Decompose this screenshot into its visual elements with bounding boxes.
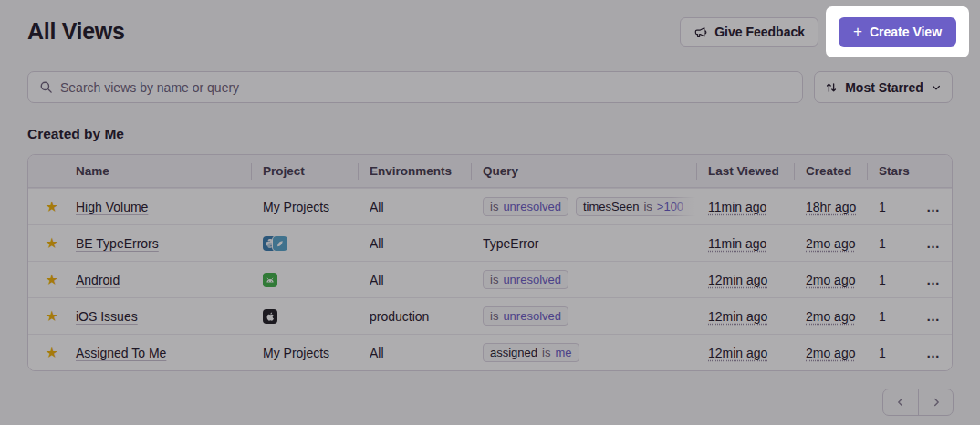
table-row[interactable]: ★ Android All is unresolved [28, 261, 952, 297]
query-cell: is unresolved [483, 306, 695, 326]
project-cell [263, 309, 370, 324]
row-actions-button[interactable]: … [926, 308, 953, 324]
all-views-page: All Views Give Feedback Most Starred [0, 0, 980, 425]
sort-icon [825, 81, 838, 94]
create-view-label: Create View [870, 25, 942, 39]
table-row[interactable]: ★ Assigned To Me My Projects All assigne… [28, 334, 952, 370]
column-header-name: Name [76, 164, 263, 178]
create-view-spotlight: + Create View [826, 6, 969, 57]
query-filter-chip: is unresolved [483, 197, 568, 216]
query-filter-chip: assigned is me [483, 343, 579, 362]
query-filter-chip: is unresolved [483, 270, 568, 289]
row-actions-button[interactable]: … [926, 235, 953, 251]
search-icon [39, 80, 53, 94]
apple-icon [265, 311, 276, 322]
megaphone-icon [693, 26, 707, 39]
view-name-link[interactable]: Android [76, 273, 263, 287]
query-cell: is unresolved [483, 270, 695, 289]
query-cell: is unresolved timesSeen is >100 [483, 197, 695, 216]
sort-label: Most Starred [845, 80, 923, 95]
star-icon[interactable]: ★ [46, 200, 58, 214]
row-actions-button[interactable]: … [926, 345, 953, 360]
chevron-left-icon [894, 396, 907, 409]
created-value: 18hr ago [806, 200, 856, 214]
row-actions-button[interactable]: … [926, 272, 953, 287]
star-icon[interactable]: ★ [46, 346, 58, 360]
project-cell: My Projects [263, 200, 370, 214]
table-row[interactable]: ★ BE TypeErrors [28, 224, 952, 261]
project-cell [263, 236, 370, 251]
stars-count: 1 [879, 346, 926, 360]
pagination [882, 389, 954, 416]
search-box[interactable] [27, 71, 803, 103]
query-filter-chip: timesSeen is >100 [576, 197, 695, 216]
chevron-down-icon [931, 82, 942, 93]
view-name-link[interactable]: High Volume [76, 200, 263, 214]
column-header-stars: Stars [879, 164, 926, 178]
stars-count: 1 [879, 236, 926, 251]
query-cell: TypeError [483, 236, 695, 251]
created-value: 2mo ago [806, 236, 855, 251]
environments-cell: production [370, 309, 483, 324]
created-value: 2mo ago [806, 346, 855, 360]
chevron-right-icon [930, 396, 943, 409]
give-feedback-label: Give Feedback [714, 25, 805, 39]
section-title: Created by Me [27, 126, 953, 142]
project-cell [263, 273, 370, 287]
stars-count: 1 [879, 309, 926, 324]
last-viewed-value: 12min ago [708, 309, 767, 324]
next-page-button[interactable] [918, 389, 953, 415]
column-header-created: Created [806, 164, 879, 178]
search-input[interactable] [60, 80, 791, 95]
column-header-last-viewed: Last Viewed [708, 164, 806, 178]
python-package-icon [275, 238, 286, 249]
stars-count: 1 [879, 273, 926, 287]
query-filter-chip: is unresolved [483, 306, 568, 326]
sort-dropdown[interactable]: Most Starred [814, 71, 953, 103]
views-table: Name Project Environments Query Last Vie… [27, 154, 953, 371]
apple-platform-icon [263, 309, 277, 324]
environments-cell: All [370, 200, 483, 214]
star-icon[interactable]: ★ [46, 236, 58, 251]
created-value: 2mo ago [806, 273, 855, 287]
created-value: 2mo ago [806, 309, 855, 324]
column-header-query: Query [483, 164, 708, 178]
previous-page-button[interactable] [883, 389, 918, 415]
android-icon [265, 275, 276, 285]
view-name-link[interactable]: iOS Issues [76, 309, 263, 324]
table-row[interactable]: ★ iOS Issues production is unresolved 12… [28, 297, 952, 334]
python-package-platform-icon [273, 236, 287, 251]
row-actions-button[interactable]: … [926, 199, 953, 214]
last-viewed-value: 12min ago [708, 273, 767, 287]
give-feedback-button[interactable]: Give Feedback [680, 17, 818, 47]
table-header-row: Name Project Environments Query Last Vie… [28, 155, 952, 188]
stars-count: 1 [879, 200, 926, 214]
android-platform-icon [263, 273, 277, 287]
environments-cell: All [370, 236, 483, 251]
table-row[interactable]: ★ High Volume My Projects All is unresol… [28, 188, 952, 224]
environments-cell: All [370, 346, 483, 360]
create-view-button[interactable]: + Create View [839, 17, 956, 47]
environments-cell: All [370, 273, 483, 287]
column-header-environments: Environments [370, 164, 483, 178]
star-icon[interactable]: ★ [46, 273, 58, 287]
query-cell: assigned is me [483, 343, 695, 362]
star-icon[interactable]: ★ [46, 309, 58, 324]
view-name-link[interactable]: Assigned To Me [76, 346, 263, 360]
last-viewed-value: 11min ago [708, 200, 766, 214]
last-viewed-value: 12min ago [708, 346, 767, 360]
view-name-link[interactable]: BE TypeErrors [76, 236, 263, 251]
project-cell: My Projects [263, 346, 370, 360]
last-viewed-value: 11min ago [708, 236, 766, 251]
plus-icon: + [853, 24, 862, 39]
column-header-project: Project [263, 164, 370, 178]
toolbar: Most Starred [27, 71, 953, 103]
